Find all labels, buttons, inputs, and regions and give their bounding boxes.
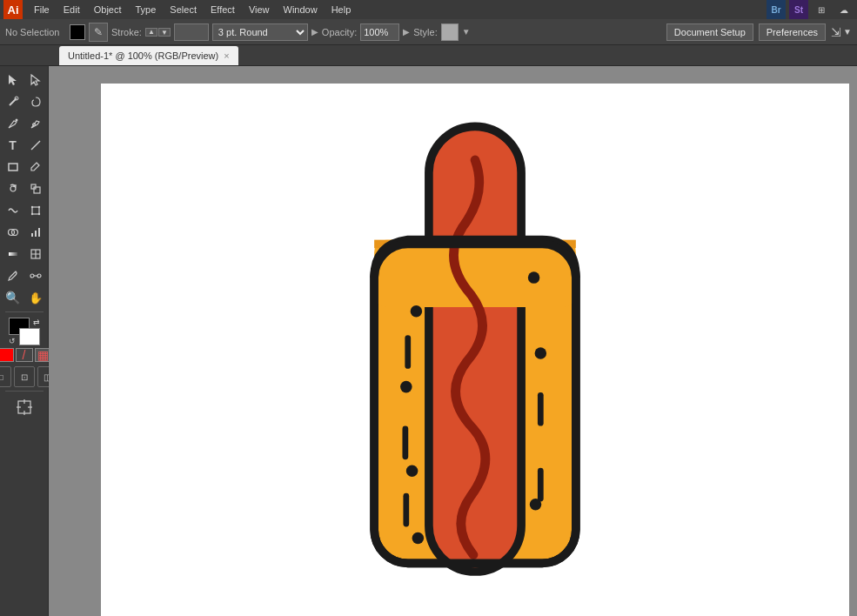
document-setup-button[interactable]: Document Setup [666, 23, 753, 41]
fill-color-box[interactable] [70, 24, 85, 40]
blend-tool[interactable] [25, 265, 46, 286]
menu-effect[interactable]: Effect [204, 3, 241, 17]
draw-behind-icon[interactable]: ⊡ [14, 366, 35, 387]
paintbrush-tool[interactable] [25, 157, 46, 177]
tool-row-2 [3, 91, 46, 112]
menu-view[interactable]: View [243, 3, 276, 17]
tool-row-10 [3, 265, 46, 286]
menu-bar-right: Br St ⊞ ☁ [767, 0, 854, 19]
rotate-tool[interactable] [3, 178, 23, 199]
creative-cloud-icon[interactable]: ☁ [834, 0, 854, 19]
svg-point-35 [411, 305, 423, 318]
app-logo: Ai [3, 0, 23, 19]
preferences-button[interactable]: Preferences [759, 23, 826, 41]
tool-separator-2 [5, 391, 44, 392]
curvature-tool[interactable] [25, 113, 46, 134]
svg-rect-7 [9, 164, 17, 171]
zoom-tool[interactable]: 🔍 [3, 287, 23, 308]
selection-indicator: No Selection [5, 27, 66, 37]
svg-point-13 [37, 206, 39, 208]
stroke-label: Stroke: [111, 27, 142, 37]
menu-bar: Ai File Edit Object Type Select Effect V… [0, 0, 857, 19]
document-tab[interactable]: Untitled-1* @ 100% (RGB/Preview) × [59, 46, 238, 65]
right-toolbar-buttons: Document Setup Preferences ⇲ ▼ [666, 23, 852, 41]
hand-tool[interactable]: ✋ [25, 287, 46, 308]
tool-row-5 [3, 157, 46, 177]
svg-point-4 [15, 119, 17, 122]
arrange-icon[interactable]: ⇲ [831, 25, 841, 39]
menu-select[interactable]: Select [164, 3, 203, 17]
direct-selection-tool[interactable] [25, 70, 46, 90]
eyedropper-tool[interactable] [3, 265, 23, 286]
arrange-icons: ⇲ ▼ [831, 23, 852, 41]
stroke-value-input[interactable] [174, 23, 209, 41]
menu-file[interactable]: File [28, 3, 56, 17]
lasso-tool[interactable] [25, 91, 46, 112]
svg-point-36 [400, 381, 412, 393]
stroke-style-select[interactable]: 3 pt. Round 1 pt. 2 pt. 5 pt. [212, 23, 308, 41]
pen-tool[interactable] [3, 113, 23, 134]
svg-point-15 [37, 213, 39, 215]
svg-point-12 [30, 206, 32, 208]
tool-row-7 [3, 200, 46, 221]
tab-bar: Untitled-1* @ 100% (RGB/Preview) × [0, 45, 857, 66]
canvas-surface [101, 84, 849, 616]
menu-help[interactable]: Help [325, 3, 358, 17]
none-mode-icon[interactable]: / [16, 348, 33, 362]
stroke-up-arrow[interactable]: ▲ [145, 28, 157, 37]
canvas-area[interactable] [49, 66, 857, 616]
svg-point-40 [535, 347, 547, 359]
scale-tool[interactable] [25, 178, 46, 199]
main-area: T [0, 66, 857, 616]
grid-icon[interactable]: ⊞ [812, 0, 831, 19]
svg-marker-1 [31, 75, 39, 85]
mesh-tool[interactable] [25, 244, 46, 264]
tool-row-4: T [3, 135, 46, 156]
stroke-expand-arrow[interactable]: ▶ [311, 27, 318, 37]
opacity-input[interactable] [360, 23, 399, 41]
stroke-color-indicator[interactable] [19, 328, 40, 345]
tool-row-6 [3, 178, 46, 199]
menu-edit[interactable]: Edit [57, 3, 86, 17]
stock-app-icon[interactable]: St [789, 0, 808, 19]
style-label: Style: [413, 27, 438, 37]
menu-type[interactable]: Type [130, 3, 163, 17]
style-expand-arrow[interactable]: ▼ [462, 27, 471, 37]
svg-rect-10 [34, 187, 40, 193]
svg-rect-20 [38, 228, 40, 237]
gradient-tool[interactable] [3, 244, 23, 264]
opacity-expand-arrow[interactable]: ▶ [403, 27, 410, 37]
tool-row-9 [3, 244, 46, 264]
menu-window[interactable]: Window [278, 3, 324, 17]
stroke-down-arrow[interactable]: ▼ [158, 28, 171, 37]
swap-colors-icon[interactable]: ⇄ [33, 318, 40, 326]
svg-point-14 [30, 213, 32, 215]
svg-marker-0 [9, 75, 17, 85]
fill-mode-box[interactable] [0, 348, 14, 362]
rectangle-tool[interactable] [3, 157, 23, 177]
style-preview[interactable] [441, 23, 459, 41]
shape-builder-tool[interactable] [3, 222, 23, 243]
line-tool[interactable] [25, 135, 46, 156]
tab-title: Untitled-1* @ 100% (RGB/Preview) [68, 50, 218, 61]
selection-tool[interactable] [3, 70, 23, 90]
bridge-app-icon[interactable]: Br [767, 0, 786, 19]
artboard-tool[interactable] [14, 397, 35, 418]
menu-object[interactable]: Object [88, 3, 128, 17]
reset-colors-icon[interactable]: ↺ [9, 337, 16, 345]
tab-close-button[interactable]: × [224, 50, 229, 61]
arrange-expand-icon[interactable]: ▼ [843, 27, 852, 37]
free-transform-tool[interactable] [25, 200, 46, 221]
type-tool[interactable]: T [3, 135, 23, 156]
draw-normal-icon[interactable]: □ [0, 366, 11, 387]
svg-point-8 [10, 186, 16, 191]
magic-wand-tool[interactable] [3, 91, 23, 112]
svg-rect-19 [35, 231, 37, 237]
warp-tool[interactable] [3, 200, 23, 221]
tool-row-1 [3, 70, 46, 90]
options-bar: No Selection ✎ Stroke: ▲ ▼ 3 pt. Round 1… [0, 19, 857, 45]
fill-stroke-mode-row: / ▦ [0, 348, 52, 362]
svg-rect-18 [31, 233, 33, 237]
graph-tool[interactable] [25, 222, 46, 243]
svg-rect-21 [9, 252, 17, 256]
